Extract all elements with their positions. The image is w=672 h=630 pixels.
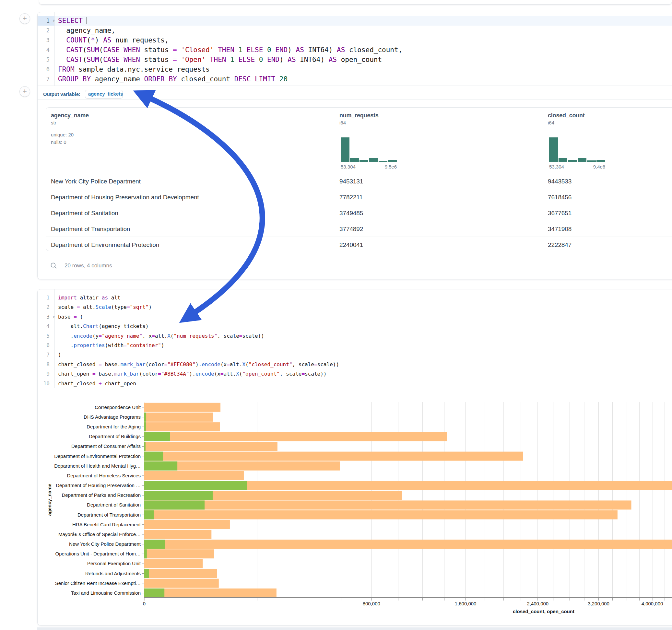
open-bar bbox=[144, 588, 164, 598]
svg-text:Taxi and Limousine Commission: Taxi and Limousine Commission bbox=[71, 590, 141, 596]
svg-text:Department for the Aging: Department for the Aging bbox=[87, 424, 141, 429]
svg-text:Department of Housing Preserva: Department of Housing Preservation … bbox=[56, 483, 141, 488]
open-bar bbox=[144, 481, 247, 490]
sql-code-cell: 1∨SELECT 2 agency_name,3 COUNT(*) AS num… bbox=[37, 12, 672, 280]
svg-text:Correspondence Unit: Correspondence Unit bbox=[95, 405, 141, 410]
code-line[interactable]: 3 COUNT(*) AS num_requests, bbox=[38, 35, 672, 45]
chevron-spacer bbox=[50, 302, 58, 312]
code-line[interactable]: 5 .encode(y="agency_name", x=alt.X("num_… bbox=[38, 331, 672, 341]
svg-text:New York City Police Departmen: New York City Police Department bbox=[69, 541, 141, 547]
svg-text:2,400,000: 2,400,000 bbox=[527, 601, 549, 606]
code-line[interactable]: 2 agency_name, bbox=[38, 26, 672, 35]
closed-bar bbox=[144, 413, 213, 421]
previous-cell-fragment bbox=[39, 0, 672, 4]
svg-text:Department of Health and Menta: Department of Health and Mental Hyg… bbox=[54, 463, 141, 468]
add-cell-button-output[interactable]: + bbox=[20, 86, 30, 97]
table-summary: 20 rows, 4 columns bbox=[65, 263, 112, 269]
chevron-spacer bbox=[50, 26, 58, 35]
open-bar bbox=[144, 510, 154, 519]
code-line[interactable]: 6FROM sample_data.nyc.service_requests bbox=[38, 65, 672, 74]
collapse-chevron-icon[interactable]: ∨ bbox=[50, 312, 58, 321]
svg-text:Refunds and Adjustments: Refunds and Adjustments bbox=[85, 571, 141, 576]
open-bar bbox=[144, 549, 147, 558]
svg-text:Department of Parks and Recrea: Department of Parks and Recreation bbox=[62, 492, 141, 498]
python-code-cell: 1import altair as alt2scale = alt.Scale(… bbox=[37, 289, 672, 626]
table-row[interactable]: New York City Police Department945313194… bbox=[46, 173, 672, 189]
svg-text:1,600,000: 1,600,000 bbox=[455, 601, 477, 606]
closed-bar bbox=[144, 442, 278, 451]
code-line[interactable]: 1import altair as alt bbox=[38, 293, 672, 302]
chevron-spacer bbox=[50, 369, 58, 379]
chevron-spacer bbox=[50, 331, 58, 341]
table-row[interactable]: Department of Transportation377489234719… bbox=[46, 221, 672, 237]
code-line[interactable]: 1∨SELECT bbox=[38, 16, 672, 26]
open-bar bbox=[144, 569, 149, 578]
table-row[interactable]: Department of Sanitation37494853677651 bbox=[46, 205, 672, 221]
code-line[interactable]: 4 alt.Chart(agency_tickets) bbox=[38, 321, 672, 331]
code-line[interactable]: 4 CAST(SUM(CASE WHEN status = 'Closed' T… bbox=[38, 45, 672, 55]
closed-bar bbox=[144, 579, 219, 588]
add-cell-button-top[interactable]: + bbox=[20, 13, 30, 24]
closed-bar bbox=[144, 452, 523, 461]
output-variable-label: Output variable: bbox=[43, 91, 80, 97]
svg-text:Department of Homeless Service: Department of Homeless Services bbox=[67, 473, 141, 478]
svg-text:0: 0 bbox=[143, 601, 146, 606]
open-bar bbox=[144, 422, 146, 431]
svg-text:4,000,000: 4,000,000 bbox=[642, 601, 663, 606]
open-bar bbox=[144, 491, 213, 500]
chevron-spacer bbox=[50, 35, 58, 45]
chevron-spacer bbox=[50, 321, 58, 331]
code-line[interactable]: 9chart_open = base.mark_bar(color="#8BC3… bbox=[38, 369, 672, 379]
table-row[interactable]: Department of Housing Preservation and D… bbox=[46, 189, 672, 205]
open-bar bbox=[144, 452, 163, 461]
svg-text:HRA Benefit Card Replacement: HRA Benefit Card Replacement bbox=[72, 522, 141, 527]
result-table: agency_namestrunique: 20nulls: 0num_requ… bbox=[46, 107, 672, 251]
closed-bar bbox=[144, 530, 211, 539]
closed-bar bbox=[144, 549, 214, 558]
svg-text:closed_count, open_count: closed_count, open_count bbox=[513, 609, 574, 614]
open-bar bbox=[144, 432, 170, 441]
chevron-spacer bbox=[50, 55, 58, 65]
svg-text:Department of Environmental Pr: Department of Environmental Protection bbox=[54, 453, 141, 459]
svg-text:800,000: 800,000 bbox=[363, 601, 380, 606]
table-row[interactable]: Department of Environmental Protection22… bbox=[46, 237, 672, 251]
next-cell-fragment bbox=[37, 627, 672, 630]
code-line[interactable]: 7GROUP BY agency_name ORDER BY closed_co… bbox=[38, 74, 672, 84]
svg-text:Personal Exemption Unit: Personal Exemption Unit bbox=[87, 561, 141, 566]
chevron-spacer bbox=[50, 341, 58, 350]
chevron-spacer bbox=[50, 74, 58, 84]
code-line[interactable]: 8chart_closed = base.mark_bar(color="#FF… bbox=[38, 360, 672, 369]
search-icon[interactable] bbox=[50, 262, 57, 269]
svg-text:Mayorâ€ s Office of Special En: Mayorâ€ s Office of Special Enforce… bbox=[58, 532, 141, 537]
code-line[interactable]: 3∨base = ( bbox=[38, 312, 672, 321]
chevron-spacer bbox=[50, 360, 58, 369]
open-bar bbox=[144, 413, 146, 421]
code-line[interactable]: 5 CAST(SUM(CASE WHEN status = 'Open' THE… bbox=[38, 55, 672, 65]
closed-bar bbox=[144, 422, 220, 431]
collapse-chevron-icon[interactable]: ∨ bbox=[50, 16, 58, 26]
chevron-spacer bbox=[50, 293, 58, 302]
code-line[interactable]: 7) bbox=[38, 350, 672, 359]
text-cursor bbox=[87, 17, 87, 24]
code-line[interactable]: 10chart_closed + chart_open bbox=[38, 379, 672, 388]
column-header[interactable]: agency_namestrunique: 20nulls: 0 bbox=[51, 107, 89, 173]
svg-text:DHS Advantage Programs: DHS Advantage Programs bbox=[83, 414, 141, 420]
chevron-spacer bbox=[50, 379, 58, 388]
svg-text:Senior Citizen Rent Increase E: Senior Citizen Rent Increase Exempti… bbox=[55, 580, 141, 586]
open-bar bbox=[144, 539, 165, 549]
altair-chart: Correspondence UnitDHS Advantage Program… bbox=[38, 390, 672, 625]
code-line[interactable]: 6 .properties(width="container") bbox=[38, 341, 672, 350]
closed-bar bbox=[144, 471, 244, 480]
closed-bar bbox=[144, 559, 202, 568]
svg-text:Operations Unit - Department o: Operations Unit - Department of Hom… bbox=[55, 551, 141, 556]
sql-editor[interactable]: 1∨SELECT 2 agency_name,3 COUNT(*) AS num… bbox=[38, 16, 672, 84]
chevron-spacer bbox=[50, 65, 58, 74]
closed-bar bbox=[144, 432, 447, 441]
code-line[interactable]: 2scale = alt.Scale(type="sqrt") bbox=[38, 302, 672, 312]
closed-bar bbox=[144, 539, 672, 549]
output-variable-chip[interactable]: agency_tickets bbox=[85, 90, 123, 98]
closed-bar bbox=[144, 510, 618, 519]
svg-text:Department of Transportation: Department of Transportation bbox=[77, 512, 141, 517]
python-editor[interactable]: 1import altair as alt2scale = alt.Scale(… bbox=[38, 293, 672, 388]
closed-bar bbox=[144, 520, 230, 529]
